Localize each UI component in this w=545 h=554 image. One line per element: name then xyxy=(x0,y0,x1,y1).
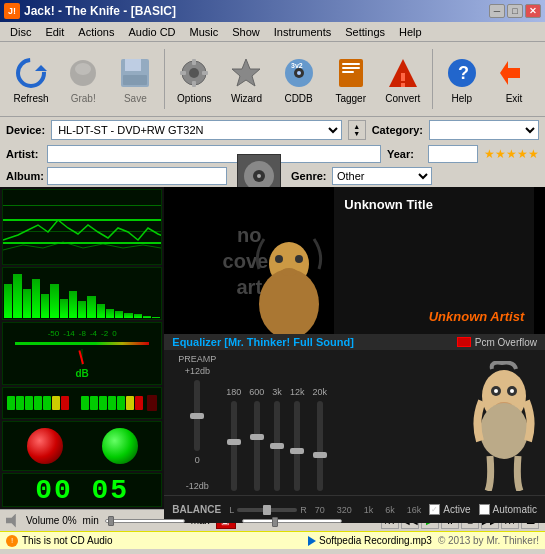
eq-slider-20k[interactable] xyxy=(317,401,323,491)
eq-slider-600[interactable] xyxy=(254,401,260,491)
help-button[interactable]: ? Help xyxy=(437,46,487,112)
save-label: Save xyxy=(124,93,147,104)
automatic-check[interactable]: Automatic xyxy=(479,504,537,515)
exit-label: Exit xyxy=(506,93,523,104)
automatic-checkbox[interactable] xyxy=(479,504,490,515)
info-left: ! This is not CD Audio xyxy=(6,535,113,547)
svg-point-30 xyxy=(257,174,261,178)
menu-audio-cd[interactable]: Audio CD xyxy=(122,24,181,40)
balance-track[interactable] xyxy=(237,508,297,512)
eq-bottom: BALANCE L R 70 320 1k 6k 16k ✓ xyxy=(164,495,545,523)
eq-band-3k: 3k xyxy=(272,387,282,491)
help-label: Help xyxy=(452,93,473,104)
menu-edit[interactable]: Edit xyxy=(39,24,70,40)
year-input[interactable] xyxy=(428,145,478,163)
info-bar: ! This is not CD Audio Softpedia Recordi… xyxy=(0,531,545,549)
play-icon xyxy=(308,536,316,546)
eq-band-600: 600 xyxy=(249,387,264,491)
device-select[interactable]: HL-DT-ST - DVD+RW GT32N xyxy=(51,120,342,140)
warning-icon: ! xyxy=(6,535,18,547)
svg-rect-9 xyxy=(192,59,196,65)
track-artist-display: Unknown Artist xyxy=(340,305,528,328)
minimize-button[interactable]: ─ xyxy=(489,4,505,18)
svg-point-0 xyxy=(18,60,44,86)
genre-select[interactable]: Other xyxy=(332,167,432,185)
close-button[interactable]: ✕ xyxy=(525,4,541,18)
svg-point-8 xyxy=(189,68,199,78)
svg-rect-10 xyxy=(192,81,196,87)
svg-rect-12 xyxy=(202,71,208,75)
album-cover: nocoverart xyxy=(164,187,334,334)
level-slider[interactable] xyxy=(242,519,342,523)
active-checkbox[interactable]: ✓ xyxy=(429,504,440,515)
device-row: Device: HL-DT-ST - DVD+RW GT32N ▲ ▼ Cate… xyxy=(0,117,545,143)
rating-stars[interactable]: ★★★★★ xyxy=(484,147,539,161)
eq-slider-3k[interactable] xyxy=(274,401,280,491)
eq-mid-label: 0 xyxy=(195,455,200,465)
svg-point-40 xyxy=(510,389,514,393)
volume-slider[interactable] xyxy=(105,519,185,523)
refresh-button[interactable]: Refresh xyxy=(6,46,56,112)
options-label: Options xyxy=(177,93,211,104)
balance-label: BALANCE xyxy=(172,504,221,515)
menu-music[interactable]: Music xyxy=(184,24,225,40)
menu-help[interactable]: Help xyxy=(393,24,428,40)
maximize-button[interactable]: □ xyxy=(507,4,523,18)
led-meters xyxy=(2,387,162,419)
balance-l: L xyxy=(229,505,234,515)
preamp-slider[interactable] xyxy=(194,380,200,451)
info-right: Softpedia Recording.mp3 © 2013 by Mr. Th… xyxy=(308,535,539,546)
tagger-button[interactable]: Tagger xyxy=(326,46,376,112)
equalizer-section: Equalizer [Mr. Thinker! Full Sound] Pcm … xyxy=(164,334,545,509)
exit-button[interactable]: Exit xyxy=(489,46,539,112)
main-area: -50-14-8-4-20 dB xyxy=(0,187,545,509)
eq-title: Equalizer [Mr. Thinker! Full Sound] xyxy=(172,336,354,348)
menu-settings[interactable]: Settings xyxy=(339,24,391,40)
refresh-label: Refresh xyxy=(14,93,49,104)
convert-button[interactable]: Convert xyxy=(378,46,428,112)
category-select[interactable] xyxy=(429,120,539,140)
category-label: Category: xyxy=(372,124,423,136)
refresh-icon xyxy=(13,55,49,91)
min-label: min xyxy=(83,515,99,526)
wizard-icon xyxy=(228,55,264,91)
device-label: Device: xyxy=(6,124,45,136)
eq-slider-180[interactable] xyxy=(231,401,237,491)
eq-top-label: +12db xyxy=(185,366,210,376)
save-button[interactable]: Save xyxy=(110,46,160,112)
title-bar: J! Jack! - The Knife - [BASIC] ─ □ ✕ xyxy=(0,0,545,22)
options-icon xyxy=(176,55,212,91)
menu-instruments[interactable]: Instruments xyxy=(268,24,337,40)
album-input[interactable] xyxy=(47,167,227,185)
svg-marker-27 xyxy=(500,61,520,85)
grab-button[interactable]: Grab! xyxy=(58,46,108,112)
cddb-button[interactable]: 3v2 CDDB xyxy=(274,46,324,112)
svg-rect-21 xyxy=(342,71,354,73)
eq-band-12k: 12k xyxy=(290,387,305,491)
overflow-led xyxy=(457,337,471,347)
balance-r: R xyxy=(300,505,307,515)
artist-input[interactable] xyxy=(47,145,381,163)
device-updown[interactable]: ▲ ▼ xyxy=(348,120,366,140)
grab-label: Grab! xyxy=(71,93,96,104)
menu-disc[interactable]: Disc xyxy=(4,24,37,40)
svg-rect-23 xyxy=(401,73,405,81)
wizard-button[interactable]: Wizard xyxy=(221,46,271,112)
menu-actions[interactable]: Actions xyxy=(72,24,120,40)
grab-icon xyxy=(65,55,101,91)
active-check[interactable]: ✓ Active xyxy=(429,504,470,515)
automatic-label: Automatic xyxy=(493,504,537,515)
oscilloscope xyxy=(2,189,162,265)
svg-rect-5 xyxy=(125,59,141,71)
vu-balls xyxy=(2,421,162,471)
track-title-display: Unknown Title xyxy=(340,193,528,216)
cover-area: nocoverart xyxy=(164,187,334,334)
svg-rect-24 xyxy=(401,83,405,87)
menu-show[interactable]: Show xyxy=(226,24,266,40)
svg-rect-6 xyxy=(123,75,147,85)
eq-slider-12k[interactable] xyxy=(294,401,300,491)
exit-icon xyxy=(496,55,532,91)
options-button[interactable]: Options xyxy=(169,46,219,112)
balance-slider: L R xyxy=(229,505,307,515)
spectrum-analyzer xyxy=(2,267,162,321)
